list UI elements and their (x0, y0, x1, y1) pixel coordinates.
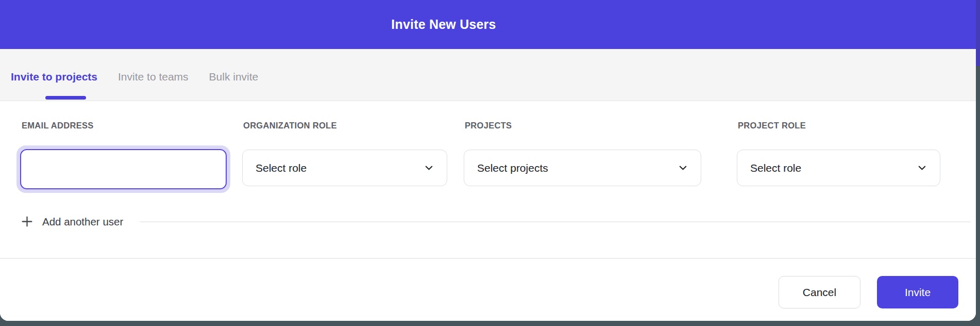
chevron-down-icon (424, 163, 434, 173)
dialog-footer: Cancel Invite (0, 258, 976, 321)
project-role-column: PROJECT ROLE Select role (737, 101, 940, 199)
invite-form: EMAIL ADDRESS ORGANIZATION ROLE Select r… (0, 101, 976, 258)
organization-role-column: ORGANIZATION ROLE Select role (242, 101, 447, 199)
organization-role-label: ORGANIZATION ROLE (243, 121, 337, 131)
invite-button[interactable]: Invite (877, 276, 958, 308)
tab-invite-to-projects[interactable]: Invite to projects (11, 71, 97, 83)
tab-invite-to-teams[interactable]: Invite to teams (118, 71, 189, 83)
project-role-label: PROJECT ROLE (738, 121, 806, 131)
dialog-header: Invite New Users (0, 0, 976, 49)
tab-bar: Invite to projects Invite to teams Bulk … (0, 49, 976, 101)
email-address-label: EMAIL ADDRESS (22, 121, 94, 131)
projects-select[interactable]: Select projects (464, 150, 701, 186)
add-another-user-button[interactable]: Add another user (21, 215, 123, 228)
project-role-value: Select role (750, 162, 801, 174)
divider (140, 221, 971, 222)
active-tab-indicator (45, 96, 86, 100)
add-another-user-label: Add another user (42, 216, 123, 228)
add-user-row: Add another user (21, 215, 971, 228)
tab-bulk-invite[interactable]: Bulk invite (209, 71, 259, 83)
projects-label: PROJECTS (465, 121, 512, 131)
email-column: EMAIL ADDRESS (16, 101, 230, 199)
project-role-select[interactable]: Select role (737, 150, 940, 186)
chevron-down-icon (678, 163, 688, 173)
invite-new-users-dialog: Invite New Users Invite to projects Invi… (0, 0, 976, 321)
organization-role-select[interactable]: Select role (242, 150, 447, 186)
scrollbar-track[interactable] (976, 0, 980, 326)
projects-value: Select projects (477, 162, 548, 174)
plus-icon (21, 215, 33, 228)
scrollbar-thumb[interactable] (976, 0, 980, 66)
organization-role-value: Select role (256, 162, 307, 174)
email-field-focus-ring (16, 145, 230, 193)
cancel-button[interactable]: Cancel (779, 276, 860, 308)
projects-column: PROJECTS Select projects (464, 101, 701, 199)
chevron-down-icon (917, 163, 927, 173)
dialog-title: Invite New Users (391, 17, 496, 32)
email-input[interactable] (20, 149, 227, 189)
